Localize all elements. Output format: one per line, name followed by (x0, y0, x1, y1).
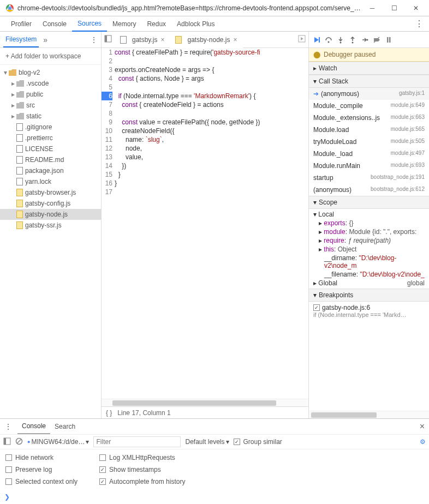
tab-console[interactable]: Console (37, 17, 72, 31)
window-title-bar: chrome-devtools://devtools/bundled/js_ap… (0, 0, 429, 16)
cursor-position: Line 17, Column 1 (117, 409, 170, 417)
clear-console-icon[interactable] (15, 437, 23, 447)
breakpoint-condition: if (Node.internal.type === 'Markd… (313, 311, 425, 318)
tab-redux[interactable]: Redux (141, 17, 171, 31)
svg-line-19 (17, 439, 21, 443)
context-selector[interactable]: ● MINGW64:/d/de… ▾ (27, 438, 89, 446)
scope-section[interactable]: ▾Scope (309, 196, 429, 209)
file-icon (120, 36, 127, 44)
group-similar-checkbox[interactable]: Group similar (234, 438, 282, 446)
breakpoint-row[interactable]: gatsby-node.js:6 (313, 304, 425, 311)
console-prompt[interactable]: ❯ (0, 490, 429, 504)
step-over-icon[interactable] (323, 34, 334, 45)
console-setting[interactable]: Log XMLHttpRequests (99, 454, 185, 461)
drawer-close-icon[interactable]: × (420, 422, 425, 431)
breakpoint-label: gatsby-node.js:6 (322, 304, 370, 311)
callstack-frame[interactable]: tryModuleLoadmodule.js:505 (309, 136, 429, 148)
callstack-frame[interactable]: Module._extensions..jsmodule.js:663 (309, 112, 429, 124)
callstack-frame[interactable]: Module._compilemodule.js:649 (309, 100, 429, 112)
svg-rect-8 (319, 37, 320, 43)
tree-file-LICENSE[interactable]: LICENSE (0, 143, 101, 154)
resume-icon[interactable] (311, 34, 322, 45)
tree-file-package-json[interactable]: package.json (0, 165, 101, 176)
step-into-icon[interactable] (335, 34, 346, 45)
debugger-toolbar (309, 32, 429, 48)
console-setting[interactable]: Preserve log (5, 466, 78, 473)
tree-folder-src[interactable]: ▸src (0, 100, 101, 111)
tree-file--gitignore[interactable]: .gitignore (0, 122, 101, 133)
close-button[interactable]: ✕ (405, 0, 427, 16)
console-filter-input[interactable] (93, 436, 181, 447)
breakpoints-section[interactable]: ▾Breakpoints (309, 289, 429, 302)
step-out-icon[interactable] (347, 34, 358, 45)
code-editor[interactable]: 1234567891011121314151617 const { create… (102, 48, 308, 399)
file-tab-gatsby-js[interactable]: gatsby.js× (115, 32, 170, 48)
tab-sources[interactable]: Sources (72, 16, 107, 32)
add-folder-button[interactable]: + Add folder to workspace (0, 48, 101, 65)
drawer-tab-console[interactable]: Console (17, 419, 50, 434)
tree-file-gatsby-config-js[interactable]: gatsby-config.js (0, 198, 101, 209)
tree-folder-static[interactable]: ▸static (0, 111, 101, 122)
tree-file-gatsby-browser-js[interactable]: gatsby-browser.js (0, 187, 101, 198)
console-setting[interactable]: Show timestamps (99, 466, 185, 473)
drawer-tab-search[interactable]: Search (50, 419, 80, 434)
tabs-overflow-icon[interactable]: ⋮ (409, 19, 429, 29)
console-setting[interactable]: Selected context only (5, 478, 78, 485)
svg-point-9 (328, 41, 330, 43)
toggle-navigator-icon[interactable] (102, 35, 115, 44)
svg-point-11 (352, 41, 354, 43)
tree-file--prettierrc[interactable]: .prettierrc (0, 133, 101, 143)
minimize-button[interactable]: ─ (361, 0, 383, 16)
close-tab-icon[interactable]: × (160, 36, 164, 44)
callstack-section[interactable]: ▾Call Stack (309, 75, 429, 88)
tree-file-gatsby-node-js[interactable]: gatsby-node.js (0, 209, 101, 220)
file-icon (175, 36, 182, 44)
tab-memory[interactable]: Memory (107, 17, 141, 31)
tree-folder-.vscode[interactable]: ▸.vscode (0, 78, 101, 89)
window-title: chrome-devtools://devtools/bundled/js_ap… (17, 4, 361, 12)
callstack-frame[interactable]: startupbootstrap_node.js:191 (309, 172, 429, 184)
navigator-overflow-icon[interactable]: » (43, 35, 47, 44)
debugger-horizontal-scrollbar[interactable] (309, 411, 429, 418)
run-snippet-icon[interactable] (295, 35, 308, 44)
log-levels-selector[interactable]: Default levels ▾ (185, 438, 229, 446)
console-sidebar-toggle-icon[interactable] (3, 437, 11, 447)
console-settings-icon[interactable]: ⚙ (420, 438, 426, 446)
tree-file-yarn-lock[interactable]: yarn.lock (0, 176, 101, 187)
editor-horizontal-scrollbar[interactable] (102, 399, 308, 406)
tab-profiler[interactable]: Profiler (5, 17, 37, 31)
step-icon[interactable] (359, 34, 370, 45)
tree-file-gatsby-ssr-js[interactable]: gatsby-ssr.js (0, 220, 101, 231)
console-setting[interactable]: Hide network (5, 454, 78, 461)
callstack-frame[interactable]: Module.loadmodule.js:565 (309, 124, 429, 136)
svg-point-4 (9, 7, 11, 9)
tree-file-README-md[interactable]: README.md (0, 154, 101, 165)
tab-adblock-plus[interactable]: Adblock Plus (171, 17, 220, 31)
tree-root[interactable]: ▾blog-v2 (0, 67, 101, 78)
file-tab-gatsby-node-js[interactable]: gatsby-node.js× (170, 32, 242, 49)
navigator-menu-icon[interactable]: ⋮ (90, 35, 98, 44)
warning-icon: ⬤ (313, 51, 320, 58)
drawer-menu-icon[interactable]: ⋮ (4, 422, 12, 431)
pretty-print-icon[interactable]: { } (106, 409, 112, 417)
callstack-frame[interactable]: ➔(anonymous)gatsby.js:1 (309, 88, 429, 100)
pause-on-exceptions-icon[interactable] (383, 34, 394, 45)
svg-point-12 (367, 39, 368, 40)
maximize-button[interactable]: ☐ (383, 0, 405, 16)
svg-point-10 (340, 41, 342, 43)
tree-folder-public[interactable]: ▸public (0, 89, 101, 100)
svg-rect-15 (389, 37, 391, 43)
close-tab-icon[interactable]: × (234, 36, 237, 44)
breakpoint-checkbox[interactable] (313, 304, 320, 311)
devtools-tabs: ProfilerConsoleSourcesMemoryReduxAdblock… (0, 16, 429, 32)
console-setting[interactable]: Autocomplete from history (99, 478, 185, 485)
svg-rect-6 (105, 35, 107, 42)
navigator-tab-filesystem[interactable]: Filesystem (3, 32, 39, 47)
watch-section[interactable]: ▸Watch (309, 62, 429, 75)
callstack-frame[interactable]: Module.runMainmodule.js:693 (309, 160, 429, 172)
deactivate-breakpoints-icon[interactable] (371, 34, 382, 45)
editor-pane: gatsby.js×gatsby-node.js× 12345678910111… (102, 32, 309, 418)
callstack-frame[interactable]: Module._loadmodule.js:497 (309, 148, 429, 160)
callstack-frame[interactable]: (anonymous)bootstrap_node.js:612 (309, 184, 429, 196)
svg-rect-17 (4, 438, 6, 445)
